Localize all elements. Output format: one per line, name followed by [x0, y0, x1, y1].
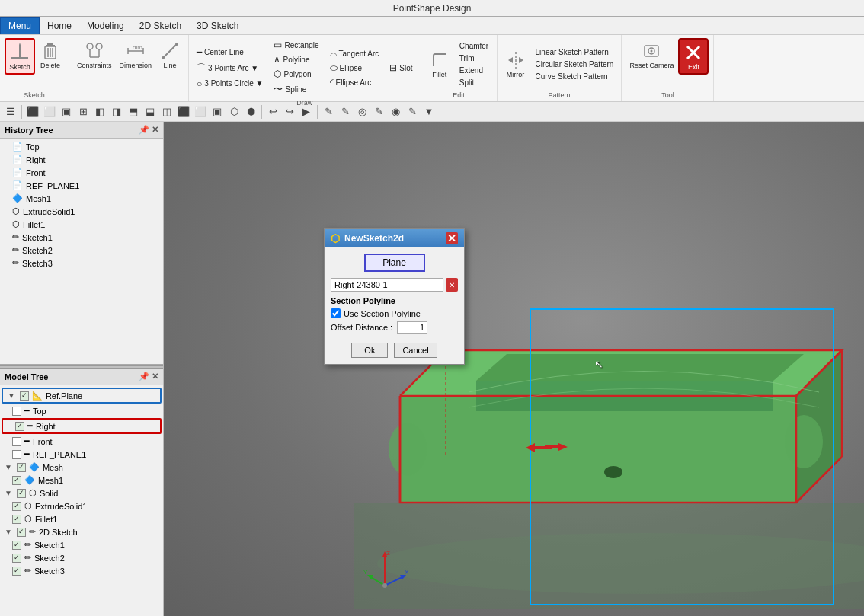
- tb-view-btn5[interactable]: ◧: [92, 104, 107, 120]
- history-item-mesh1[interactable]: 🔷 Mesh1: [0, 192, 163, 205]
- tb-select-btn[interactable]: ✎: [321, 104, 336, 120]
- history-item-sketch1[interactable]: ✏ Sketch1: [0, 231, 163, 244]
- tb-play-btn[interactable]: ▶: [299, 104, 314, 120]
- sk1-checkbox[interactable]: [12, 541, 21, 550]
- model-item-refplane1[interactable]: ━ REF_PLANE1: [0, 448, 163, 461]
- 3points-arc-button[interactable]: ⌒ 3 Points Arc ▼: [194, 60, 266, 76]
- refplane1-checkbox[interactable]: [12, 450, 21, 459]
- model-item-2dsketch[interactable]: ▼ ✏ 2D Sketch: [0, 525, 163, 538]
- model-item-solid[interactable]: ▼ ⬡ Solid: [0, 487, 163, 500]
- tb-view-btn1[interactable]: ⬛: [25, 104, 40, 120]
- linear-pattern-button[interactable]: Linear Sketch Pattern: [533, 46, 617, 58]
- extrude-checkbox[interactable]: [12, 502, 21, 511]
- menu-item-3dsketch[interactable]: 3D Sketch: [189, 17, 246, 34]
- sk3-checkbox[interactable]: [12, 567, 21, 576]
- spline-button[interactable]: 〜 Spline: [270, 81, 322, 97]
- tb-tool-btn1[interactable]: ✎: [338, 104, 353, 120]
- model-item-top[interactable]: ━ Top: [0, 404, 163, 417]
- tb-menu-btn[interactable]: ☰: [3, 104, 18, 120]
- tb-view-btn13[interactable]: ⬡: [226, 104, 242, 120]
- dialog-cancel-button[interactable]: Cancel: [394, 343, 437, 358]
- history-item-refplane1[interactable]: 📄 REF_PLANE1: [0, 179, 163, 192]
- tb-view-btn10[interactable]: ⬛: [176, 104, 191, 120]
- tb-tool-btn5[interactable]: ✎: [405, 104, 420, 120]
- history-item-sketch3[interactable]: ✏ Sketch3: [0, 257, 163, 270]
- polygon-button[interactable]: ⬡ Polygon: [270, 67, 322, 81]
- dialog-offset-input[interactable]: [397, 321, 427, 334]
- dialog-name-input[interactable]: [331, 278, 443, 292]
- tb-view-btn6[interactable]: ◨: [109, 104, 124, 120]
- tb-undo-btn[interactable]: ↩: [265, 104, 280, 120]
- viewport[interactable]: Z X Y ⬡ NewSketch2d ✕: [164, 122, 864, 616]
- ellipse-button[interactable]: ⬭ Ellipse: [327, 61, 382, 75]
- menu-item-menu[interactable]: Menu: [0, 17, 40, 34]
- reset-camera-button[interactable]: Reset Camera: [626, 38, 677, 72]
- model-pin-icon[interactable]: 📌: [139, 372, 149, 381]
- solid-expand[interactable]: ▼: [5, 489, 12, 497]
- right-checkbox[interactable]: [15, 422, 24, 431]
- solid-checkbox[interactable]: [17, 489, 26, 498]
- history-item-extrude[interactable]: ⬡ ExtrudeSolid1: [0, 205, 163, 218]
- front-checkbox[interactable]: [12, 437, 21, 446]
- dialog-use-section-checkbox[interactable]: [331, 308, 341, 318]
- mesh-expand[interactable]: ▼: [5, 463, 12, 471]
- 3points-circle-button[interactable]: ○ 3 Points Circle ▼: [194, 77, 266, 91]
- dimension-button[interactable]: dim Dimension: [117, 38, 155, 72]
- history-item-sketch2[interactable]: ✏ Sketch2: [0, 244, 163, 257]
- curve-pattern-button[interactable]: Curve Sketch Pattern: [533, 71, 617, 82]
- line-button[interactable]: Line: [156, 38, 184, 72]
- sk2-checkbox[interactable]: [12, 554, 21, 563]
- polyline-button[interactable]: ∧ Polyline: [270, 53, 322, 66]
- model-item-mesh[interactable]: ▼ 🔷 Mesh: [0, 461, 163, 474]
- ellipse-arc-button[interactable]: ◜ Ellipse Arc: [327, 75, 382, 89]
- model-item-front[interactable]: ━ Front: [0, 435, 163, 448]
- constraints-button[interactable]: Constraints: [74, 38, 115, 72]
- menu-item-home[interactable]: Home: [40, 17, 79, 34]
- tb-tool-btn4[interactable]: ◉: [388, 104, 403, 120]
- menu-item-2dsketch[interactable]: 2D Sketch: [132, 17, 189, 34]
- model-close-icon[interactable]: ✕: [152, 372, 158, 381]
- tb-tool-btn2[interactable]: ◎: [354, 104, 370, 120]
- dialog-title-bar[interactable]: ⬡ NewSketch2d ✕: [325, 229, 464, 247]
- slot-button[interactable]: ⊟ Slot: [386, 61, 415, 75]
- center-line-button[interactable]: ━ Center Line: [194, 46, 266, 59]
- tb-view-btn2[interactable]: ⬜: [42, 104, 57, 120]
- history-pin-icon[interactable]: 📌: [139, 125, 149, 135]
- tb-view-btn7[interactable]: ⬒: [126, 104, 141, 120]
- mesh-checkbox[interactable]: [17, 463, 26, 472]
- fillet-button[interactable]: Fillet: [426, 47, 453, 81]
- split-button[interactable]: Split: [456, 77, 491, 88]
- top-checkbox[interactable]: [12, 407, 21, 416]
- history-item-top[interactable]: 📄 Top: [0, 140, 163, 153]
- chamfer-button[interactable]: Chamfer: [456, 40, 491, 52]
- model-item-refplane[interactable]: ▼ 📐 Ref.Plane: [2, 388, 162, 404]
- exit-button[interactable]: Exit: [678, 38, 709, 75]
- trim-button[interactable]: Trim: [456, 53, 491, 64]
- tb-view-btn14[interactable]: ⬢: [243, 104, 258, 120]
- model-item-right[interactable]: ━ Right: [2, 418, 162, 434]
- tb-redo-btn[interactable]: ↪: [282, 104, 297, 120]
- history-item-front[interactable]: 📄 Front: [0, 166, 163, 179]
- tb-dropdown-btn[interactable]: ▼: [421, 104, 437, 120]
- sketch-button[interactable]: Sketch: [5, 38, 35, 75]
- tb-view-btn8[interactable]: ⬓: [142, 104, 158, 120]
- history-close-icon[interactable]: ✕: [152, 125, 158, 135]
- dialog-input-clear-button[interactable]: ✕: [446, 278, 458, 292]
- history-item-right[interactable]: 📄 Right: [0, 153, 163, 166]
- tb-view-btn12[interactable]: ▣: [210, 104, 225, 120]
- model-item-sk3[interactable]: ✏ Sketch3: [0, 564, 163, 577]
- history-item-fillet[interactable]: ⬡ Fillet1: [0, 218, 163, 231]
- mesh1-checkbox[interactable]: [12, 476, 21, 485]
- rectangle-button[interactable]: ▭ Rectangle: [270, 38, 322, 52]
- circular-pattern-button[interactable]: Circular Sketch Pattern: [533, 59, 617, 70]
- dialog-ok-button[interactable]: Ok: [351, 343, 388, 358]
- fillet-checkbox[interactable]: [12, 515, 21, 524]
- extend-button[interactable]: Extend: [456, 65, 491, 76]
- model-item-mesh1[interactable]: 🔷 Mesh1: [0, 474, 163, 487]
- model-item-sk1[interactable]: ✏ Sketch1: [0, 538, 163, 551]
- mirror-button[interactable]: Mirror: [502, 47, 530, 81]
- tangent-arc-button[interactable]: ⌓ Tangent Arc: [327, 46, 382, 60]
- tb-view-btn9[interactable]: ◫: [159, 104, 174, 120]
- refplane-checkbox[interactable]: [20, 391, 29, 401]
- model-item-extrude[interactable]: ⬡ ExtrudeSolid1: [0, 500, 163, 512]
